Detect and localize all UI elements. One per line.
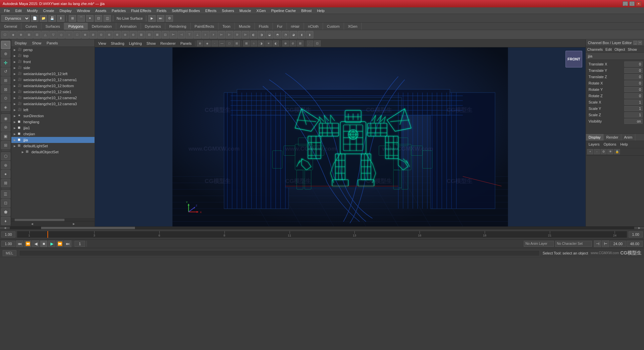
vp-face[interactable]: □ bbox=[226, 40, 233, 46]
stop-btn[interactable]: ■ bbox=[40, 240, 47, 247]
minimize-button[interactable]: _ bbox=[623, 1, 628, 6]
tool-29[interactable]: ⊩ bbox=[226, 31, 233, 38]
expand-left[interactable]: ▶ bbox=[13, 108, 17, 112]
tool-14[interactable]: ⊚ bbox=[106, 31, 113, 38]
timeline-scroll-thumb[interactable] bbox=[41, 227, 135, 229]
menu-bifrost[interactable]: Bifrost bbox=[299, 8, 314, 13]
menu-display[interactable]: Display bbox=[57, 8, 74, 13]
menu-help[interactable]: Help bbox=[314, 8, 327, 13]
menu-particles[interactable]: Particles bbox=[109, 8, 128, 13]
mel-input[interactable] bbox=[19, 250, 540, 256]
vp-menu-panels[interactable]: Panels bbox=[178, 41, 194, 46]
total-frames-input[interactable] bbox=[627, 241, 643, 247]
tool-20[interactable]: ⊠ bbox=[154, 31, 161, 38]
tab-animation[interactable]: Animation bbox=[116, 23, 141, 30]
tool-15[interactable]: ⊛ bbox=[114, 31, 121, 38]
vp-wireframe[interactable]: ⊠ bbox=[243, 40, 250, 46]
tool-2[interactable]: ◈ bbox=[9, 31, 17, 38]
menu-assets[interactable]: Assets bbox=[93, 8, 109, 13]
save-file-btn[interactable]: 💾 bbox=[48, 15, 56, 22]
surface-tool-btn[interactable]: ⊛ bbox=[1, 123, 10, 132]
layer-lock-btn[interactable]: 🔒 bbox=[614, 149, 620, 154]
rp-tab-anim[interactable]: Anim bbox=[621, 134, 635, 141]
channel-menu-show[interactable]: Show bbox=[628, 47, 637, 51]
play-back-btn[interactable]: ◀ bbox=[32, 240, 39, 247]
tool-19[interactable]: ⊟ bbox=[146, 31, 153, 38]
snap-curve-btn[interactable]: ⌒ bbox=[77, 15, 85, 22]
tool-25[interactable]: ⊥ bbox=[194, 31, 201, 38]
outliner-item-cam5[interactable]: ▶ 🎥 weixianlulangzhe10_12:camera2 bbox=[11, 95, 95, 101]
channel-panel-close[interactable]: × bbox=[638, 41, 642, 45]
sculpt-tool-btn[interactable]: ⊞ bbox=[1, 141, 10, 149]
viewport-canvas[interactable]: X Y Z CG模型生 CG模型生 CG模型生 CG模型生 CG模型生 CG模型… bbox=[95, 47, 586, 226]
channel-val-tz[interactable]: 0 bbox=[624, 74, 643, 79]
go-start-btn[interactable]: ⏮ bbox=[16, 240, 23, 247]
vp-edge[interactable]: — bbox=[219, 40, 225, 46]
timeline-scroll-right[interactable]: ▶ bbox=[634, 227, 644, 229]
tool-7[interactable]: ▽ bbox=[49, 31, 57, 38]
timeline-end-input[interactable] bbox=[629, 231, 643, 237]
channel-menu-channels[interactable]: Channels bbox=[587, 47, 603, 51]
outliner-item-dls[interactable]: ▶ ⊞ defaultLightSet bbox=[11, 143, 95, 149]
layers-btn[interactable]: Layers bbox=[587, 142, 601, 147]
step-fwd-btn[interactable]: ⏩ bbox=[56, 240, 63, 247]
render-seq-btn[interactable]: ⏭ bbox=[157, 15, 164, 22]
expand-hengliang[interactable]: ▶ bbox=[13, 120, 17, 124]
snap-point-btn[interactable]: ✦ bbox=[86, 15, 94, 22]
tab-deformation[interactable]: Deformation bbox=[88, 23, 116, 30]
vp-isolate[interactable]: ⊗ bbox=[282, 40, 289, 46]
vp-grid[interactable]: ⊞ bbox=[297, 40, 304, 46]
tool-26[interactable]: ⊦ bbox=[202, 31, 209, 38]
tab-dynamics[interactable]: Dynamics bbox=[141, 23, 165, 30]
vp-xray[interactable]: ⊘ bbox=[290, 40, 296, 46]
menu-edit[interactable]: Edit bbox=[13, 8, 24, 13]
tab-xgen[interactable]: XGen bbox=[344, 23, 362, 30]
close-button[interactable]: × bbox=[636, 1, 641, 6]
vp-menu-renderer[interactable]: Renderer bbox=[158, 41, 178, 46]
tool-28[interactable]: ⊨ bbox=[218, 31, 225, 38]
channel-val-sz[interactable]: 1 bbox=[624, 112, 643, 118]
outliner-item-jjia1[interactable]: ▶ ◼ jjia1 bbox=[11, 125, 95, 131]
outliner-item-cam1[interactable]: ▶ 🎥 weixianlulangzhe10_12:left bbox=[11, 71, 95, 77]
menu-pipeline[interactable]: Pipeline Cache bbox=[269, 8, 299, 13]
vp-uvmap[interactable]: ⊞ bbox=[233, 40, 240, 46]
render-settings-btn[interactable]: ⚙ bbox=[166, 15, 173, 22]
uv-tool-btn[interactable]: ⊡ bbox=[1, 199, 10, 207]
render-btn[interactable]: ▶ bbox=[148, 15, 156, 22]
tool-18[interactable]: ⊞ bbox=[138, 31, 145, 38]
tool-31[interactable]: ⊫ bbox=[242, 31, 249, 38]
vp-light-btn[interactable]: ☀ bbox=[265, 40, 272, 46]
timeline-hscroll[interactable]: ◀ ▶ bbox=[0, 226, 644, 229]
tab-painteffects[interactable]: PaintEffects bbox=[191, 23, 219, 30]
menu-xgen[interactable]: XGen bbox=[254, 8, 269, 13]
tool-21[interactable]: ⊡ bbox=[162, 31, 169, 38]
universal-btn[interactable]: ⊠ bbox=[1, 85, 10, 94]
soft-mod-btn[interactable]: ⊙ bbox=[1, 94, 10, 103]
keying-set-btn[interactable]: ⊢ bbox=[602, 240, 609, 247]
channel-val-rx[interactable]: 0 bbox=[624, 80, 643, 86]
maximize-button[interactable]: □ bbox=[629, 1, 635, 6]
channel-val-vis[interactable]: on bbox=[624, 119, 643, 124]
tab-polygons[interactable]: Polygons bbox=[64, 23, 88, 30]
outliner-scroll-left[interactable]: ◀ bbox=[11, 221, 53, 226]
channel-val-ty[interactable]: 0 bbox=[624, 68, 643, 73]
vp-cam1[interactable]: 🎥 bbox=[307, 40, 313, 46]
tab-surfaces[interactable]: Surfaces bbox=[41, 23, 64, 30]
vp-menu-show[interactable]: Show bbox=[145, 41, 158, 46]
tool-36[interactable]: ◔ bbox=[282, 31, 289, 38]
render-tool-btn[interactable]: ☰ bbox=[1, 190, 10, 198]
tool-37[interactable]: ◕ bbox=[290, 31, 297, 38]
playback-end-input[interactable] bbox=[610, 241, 626, 247]
tool-12[interactable]: ⊘ bbox=[90, 31, 97, 38]
outliner-item-cam2[interactable]: ▶ 🎥 weixianlulangzhe10_12:camera1 bbox=[11, 77, 95, 83]
channel-val-rz[interactable]: 0 bbox=[624, 93, 643, 99]
step-back-btn[interactable]: ⏪ bbox=[24, 240, 31, 247]
expand-cam1[interactable]: ▶ bbox=[13, 72, 17, 76]
vp-menu-shading[interactable]: Shading bbox=[109, 41, 126, 46]
tab-nhair[interactable]: nHair bbox=[287, 23, 304, 30]
tab-toon[interactable]: Toon bbox=[218, 23, 235, 30]
playback-start-input[interactable] bbox=[1, 241, 15, 247]
shape-tool-btn[interactable]: ♦ bbox=[1, 217, 10, 225]
menu-effects[interactable]: Effects bbox=[203, 8, 219, 13]
paint-select-btn[interactable]: ⊕ bbox=[1, 50, 10, 58]
